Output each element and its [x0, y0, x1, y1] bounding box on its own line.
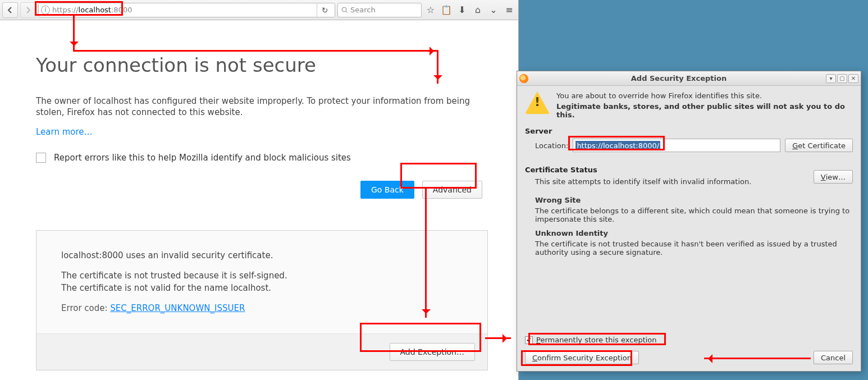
location-row: Location: https://localhost:8000/ Get Ce…: [525, 139, 853, 152]
bookmark-star-icon[interactable]: ☆: [424, 3, 437, 17]
learn-more-link[interactable]: Learn more…: [36, 127, 93, 137]
server-header: Server: [525, 127, 853, 135]
advanced-button[interactable]: Advanced: [422, 181, 482, 199]
report-errors-row: Report errors like this to help Mozilla …: [36, 153, 488, 163]
minimize-icon[interactable]: ▾: [826, 74, 836, 83]
wrong-site-line: The certificate belongs to a different s…: [535, 207, 853, 223]
permanent-store-row: ✔ Permanently store this exception: [525, 336, 853, 344]
dialog-title: Add Security Exception: [533, 74, 825, 83]
close-icon[interactable]: ✕: [848, 74, 858, 83]
cert-error-line1: localhost:8000 uses an invalid security …: [61, 250, 463, 261]
security-exception-dialog: Add Security Exception ▾ ▢ ✕ You are abo…: [517, 71, 861, 372]
cert-status-line: This site attempts to identify itself wi…: [535, 177, 814, 186]
wrong-site-header: Wrong Site: [535, 196, 853, 204]
report-errors-label: Report errors like this to help Mozilla …: [54, 153, 351, 163]
report-errors-checkbox[interactable]: [36, 153, 46, 163]
unknown-identity-header: Unknown Identity: [535, 229, 853, 237]
dialog-footer: ✔ Permanently store this exception Confi…: [517, 330, 861, 371]
location-input[interactable]: https://localhost:8000/: [573, 139, 780, 152]
main-button-row: Go Back Advanced: [36, 181, 482, 199]
warning-icon: [525, 91, 550, 114]
menu-icon[interactable]: ≡: [502, 3, 516, 17]
clipboard-icon[interactable]: 📋: [440, 3, 453, 17]
forward-button[interactable]: [20, 2, 36, 18]
firefox-icon: [519, 74, 528, 83]
cancel-button[interactable]: Cancel: [814, 351, 853, 364]
error-code-row: Error code: SEC_ERROR_UNKNOWN_ISSUER: [61, 303, 463, 314]
firefox-window: i https://localhost:8000 ↻ Search ☆ 📋 ⬇ …: [0, 0, 519, 380]
cert-error-line2: The certificate is not trusted because i…: [61, 270, 463, 281]
maximize-icon[interactable]: ▢: [837, 74, 847, 83]
browser-toolbar: i https://localhost:8000 ↻ Search ☆ 📋 ⬇ …: [0, 0, 518, 20]
page-title: Your connection is not secure: [36, 54, 488, 76]
location-label: Location:: [535, 141, 568, 150]
cert-status-header: Certificate Status: [525, 166, 814, 174]
url-text: https://localhost:8000: [52, 6, 132, 14]
warning-line1: You are about to override how Firefox id…: [556, 91, 762, 100]
svg-point-0: [342, 7, 346, 12]
cert-error-line3: The certificate is not valid for the nam…: [61, 282, 463, 294]
back-button[interactable]: [2, 2, 18, 18]
warning-text: You are about to override how Firefox id…: [556, 91, 853, 119]
dialog-titlebar[interactable]: Add Security Exception ▾ ▢ ✕: [517, 71, 861, 86]
svg-line-1: [346, 11, 348, 13]
view-cert-button[interactable]: View…: [814, 170, 853, 184]
home-icon[interactable]: ⌂: [471, 3, 485, 17]
search-icon: [341, 7, 348, 13]
search-bar[interactable]: Search: [337, 3, 422, 17]
unknown-identity-line: The certificate is not trusted because i…: [535, 240, 853, 257]
warning-line2: Legitimate banks, stores, and other publ…: [556, 102, 853, 119]
permanent-store-checkbox[interactable]: ✔: [525, 336, 533, 344]
error-code-link[interactable]: SEC_ERROR_UNKNOWN_ISSUER: [110, 303, 245, 313]
reload-button[interactable]: ↻: [317, 3, 332, 17]
search-placeholder: Search: [350, 6, 376, 14]
confirm-exception-button[interactable]: Confirm Security Exception: [525, 351, 639, 364]
error-description: The owner of localhost has configured th…: [36, 95, 488, 118]
downloads-icon[interactable]: ⬇: [455, 3, 469, 17]
get-certificate-button[interactable]: Get Certificate: [785, 139, 853, 152]
permanent-store-label: Permanently store this exception: [536, 336, 657, 344]
dialog-body: You are about to override how Firefox id…: [517, 86, 861, 257]
advanced-panel: localhost:8000 uses an invalid security …: [36, 230, 488, 370]
identity-icon[interactable]: i: [41, 6, 50, 15]
pocket-icon[interactable]: ⌄: [487, 3, 500, 17]
location-value: https://localhost:8000/: [575, 141, 660, 150]
go-back-button[interactable]: Go Back: [360, 181, 414, 199]
error-page: Your connection is not secure The owner …: [0, 20, 518, 380]
add-exception-button[interactable]: Add Exception…: [390, 343, 475, 361]
url-bar[interactable]: i https://localhost:8000 ↻: [38, 3, 335, 17]
